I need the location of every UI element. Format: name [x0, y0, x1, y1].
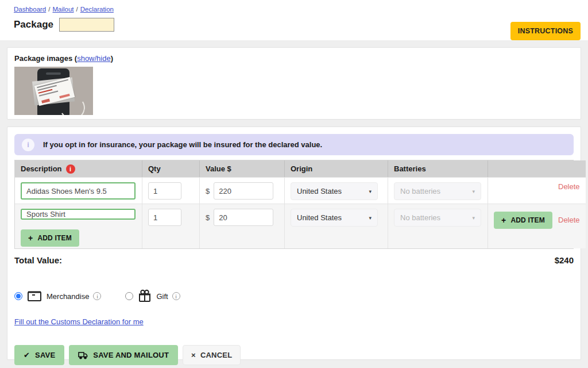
table-row-1-value-cell: $ [200, 177, 285, 204]
breadcrumb-link-dashboard[interactable]: Dashboard [14, 6, 46, 13]
table-row-2-actions-cell: + ADD ITEM Delete [488, 204, 586, 248]
table-row-1-description-cell [15, 177, 142, 204]
breadcrumb-link-declaration[interactable]: Declaration [80, 6, 114, 13]
gift-option[interactable]: Gift i [125, 289, 180, 303]
breadcrumb-link-mailout[interactable]: Mailout [52, 6, 74, 13]
origin-select-row1-value: United States [297, 187, 342, 195]
description-input-row2[interactable] [21, 209, 136, 220]
close-icon: × [191, 351, 196, 359]
table-row-2-description-cell: + ADD ITEM [15, 204, 142, 248]
add-item-button-bottom[interactable]: + ADD ITEM [21, 229, 79, 247]
save-button[interactable]: ✔ SAVE [14, 345, 64, 365]
merchandise-info-icon[interactable]: i [93, 292, 101, 300]
save-and-mailout-label: SAVE AND MAILOUT [93, 351, 169, 359]
info-icon: i [22, 139, 34, 151]
gift-label: Gift [156, 292, 168, 301]
declaration-panel: i If you opt in for insurance, your pack… [7, 126, 581, 360]
gift-icon [137, 289, 152, 303]
package-images-label: Package images (show/hide) [14, 54, 574, 63]
top-bar: Dashboard/Mailout/Declaration Package IN… [0, 0, 588, 40]
declaration-items-table: Description i Qty Value $ Origin Batteri… [14, 160, 574, 249]
breadcrumb: Dashboard/Mailout/Declaration [14, 6, 574, 13]
batteries-select-row1[interactable]: No batteries ▾ [394, 182, 481, 200]
header-actions [488, 160, 586, 177]
paren-close: ) [111, 54, 113, 63]
table-row-1-qty-cell [142, 177, 200, 204]
add-item-label: ADD ITEM [510, 216, 545, 224]
breadcrumb-separator: / [76, 6, 78, 13]
total-value-row: Total Value: $240 [14, 255, 574, 265]
currency-symbol: $ [206, 213, 210, 222]
package-title-row: Package [14, 18, 574, 32]
header-qty-label: Qty [148, 164, 161, 173]
total-value-amount: $240 [555, 255, 574, 265]
photo-label-stamp [41, 99, 50, 103]
instructions-button[interactable]: INSTRUCTIONS [510, 22, 581, 40]
batteries-select-row2[interactable]: No batteries ▾ [394, 209, 481, 227]
table-row-2-qty-cell [142, 204, 200, 248]
merchandise-box-icon [26, 290, 42, 302]
value-input-row2[interactable] [214, 209, 273, 226]
delete-item-link-row1[interactable]: Delete [558, 182, 580, 191]
package-type-options: Merchandise i Gift i [14, 289, 574, 303]
qty-input-row1[interactable] [148, 182, 181, 200]
add-item-button-row2[interactable]: + ADD ITEM [494, 212, 552, 229]
insurance-info-banner: i If you opt in for insurance, your pack… [14, 134, 574, 155]
form-actions-bar: ✔ SAVE SAVE AND MAILOUT × CANCEL [14, 345, 574, 365]
insurance-banner-text: If you opt in for insurance, your packag… [43, 140, 322, 149]
batteries-select-row1-value: No batteries [400, 187, 440, 195]
header-value: Value $ [200, 160, 285, 177]
cancel-button-label: CANCEL [200, 351, 232, 359]
total-value-label: Total Value: [14, 255, 62, 265]
qty-input-row2[interactable] [148, 209, 181, 226]
description-input-row1[interactable] [21, 182, 136, 200]
save-and-mailout-button[interactable]: SAVE AND MAILOUT [69, 345, 178, 365]
add-item-label: ADD ITEM [37, 234, 72, 242]
chevron-down-icon: ▾ [472, 215, 475, 221]
breadcrumb-separator: / [48, 6, 50, 13]
value-input-row1[interactable] [214, 182, 273, 200]
cancel-button[interactable]: × CANCEL [183, 345, 241, 365]
gift-radio[interactable] [125, 292, 133, 300]
check-icon: ✔ [24, 351, 30, 359]
chevron-down-icon: ▾ [369, 189, 372, 194]
package-number-input[interactable] [59, 18, 114, 32]
table-row-2-value-cell: $ [200, 204, 285, 248]
save-button-label: SAVE [35, 351, 55, 359]
header-batteries: Batteries [388, 160, 488, 177]
header-batteries-label: Batteries [394, 164, 426, 173]
chevron-down-icon: ▾ [472, 189, 475, 194]
chevron-down-icon: ▾ [369, 215, 372, 221]
merchandise-radio[interactable] [14, 292, 22, 300]
plus-icon: + [28, 234, 33, 242]
batteries-select-row2-value: No batteries [400, 213, 440, 222]
header-qty: Qty [142, 160, 200, 177]
header-origin-label: Origin [291, 164, 312, 173]
table-row-1-batteries-cell: No batteries ▾ [388, 177, 488, 204]
package-images-label-text: Package images [14, 54, 72, 63]
table-row-1-actions-cell: Delete [488, 177, 586, 204]
show-hide-link[interactable]: show/hide [77, 54, 111, 63]
origin-select-row2[interactable]: United States ▾ [291, 209, 378, 227]
package-photo-thumbnail[interactable] [14, 67, 93, 115]
photo-detail [46, 72, 61, 75]
plus-icon: + [501, 216, 506, 224]
table-row-2-origin-cell: United States ▾ [285, 204, 388, 248]
delete-item-link-row2[interactable]: Delete [558, 216, 580, 224]
gift-info-icon[interactable]: i [172, 292, 180, 300]
package-images-panel: Package images (show/hide) [7, 47, 581, 120]
table-row-2-batteries-cell: No batteries ▾ [388, 204, 488, 248]
mailout-truck-icon [78, 351, 88, 359]
table-row-1-origin-cell: United States ▾ [285, 177, 388, 204]
header-description-label: Description [21, 164, 62, 173]
header-description: Description i [15, 160, 142, 177]
merchandise-option[interactable]: Merchandise i [14, 290, 101, 302]
header-origin: Origin [285, 160, 388, 177]
header-value-label: Value $ [206, 164, 231, 173]
page-title: Package [14, 19, 53, 30]
autofill-customs-declaration-link[interactable]: Fill out the Customs Declaration for me [14, 317, 144, 326]
origin-select-row2-value: United States [297, 213, 342, 222]
origin-select-row1[interactable]: United States ▾ [291, 182, 378, 200]
description-required-info-icon[interactable]: i [66, 164, 75, 174]
merchandise-label: Merchandise [47, 292, 89, 301]
